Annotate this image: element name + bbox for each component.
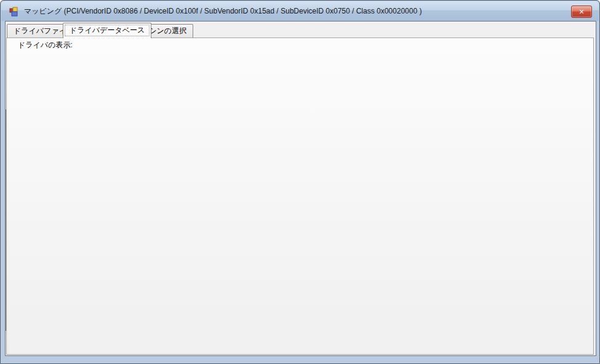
tab-focus-rect [65, 25, 150, 36]
title-bar[interactable]: マッピング (PCI/VendorID 0x8086 / DeviceID 0x… [1, 1, 599, 21]
tab-page-driver-database [6, 38, 594, 355]
close-icon: ✕ [578, 8, 584, 15]
window-title: マッピング (PCI/VendorID 0x8086 / DeviceID 0x… [24, 1, 422, 21]
driver-display-groupbox-label: ドライバの表示: [15, 40, 75, 50]
dialog-window: マッピング (PCI/VendorID 0x8086 / DeviceID 0x… [0, 0, 600, 364]
app-icon [9, 7, 19, 17]
tab-driver-database[interactable]: ドライバデータベース [63, 23, 151, 38]
close-button[interactable]: ✕ [571, 6, 592, 18]
